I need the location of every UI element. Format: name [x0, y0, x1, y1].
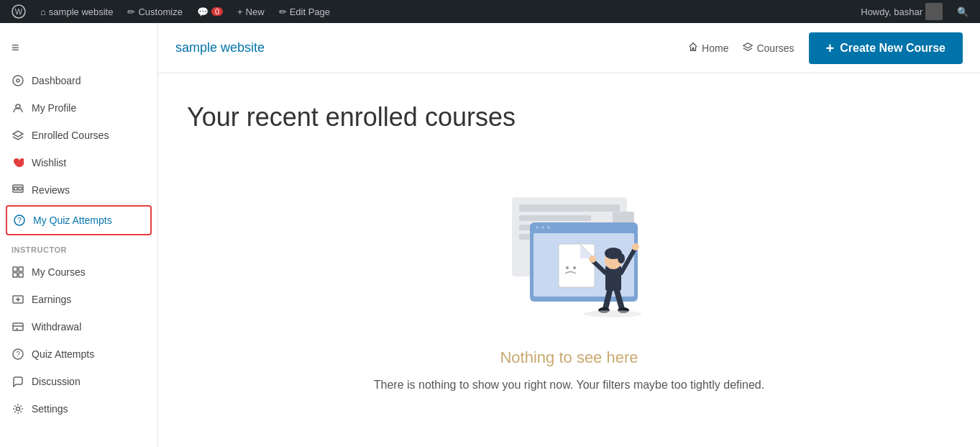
wp-logo-item[interactable]: W	[6, 0, 32, 23]
page-wrapper: ≡ Dashboard My Profile	[0, 23, 980, 447]
main-content: sample website Home	[158, 23, 980, 447]
svg-rect-11	[19, 267, 23, 271]
svg-rect-12	[13, 273, 17, 277]
page-heading: Your recent enrolled courses	[187, 102, 951, 132]
sidebar-toggle[interactable]: ≡	[0, 35, 157, 67]
svg-point-2	[13, 76, 23, 86]
svg-text:?: ?	[16, 351, 20, 358]
search-item[interactable]: 🔍	[951, 6, 974, 17]
wp-icon: W	[12, 4, 26, 19]
sidebar-item-my-courses[interactable]: My Courses	[0, 258, 157, 286]
create-course-button[interactable]: + Create New Course	[809, 32, 963, 64]
home-link[interactable]: Home	[688, 42, 728, 54]
sidebar-item-dashboard[interactable]: Dashboard	[0, 67, 157, 94]
sidebar-item-label: Quiz Attempts	[32, 348, 94, 360]
svg-rect-6	[14, 187, 17, 190]
svg-text:W: W	[15, 7, 23, 16]
site-name-item[interactable]: ⌂ sample website	[35, 0, 119, 23]
withdrawal-icon	[12, 320, 24, 333]
hamburger-icon: ≡	[12, 40, 19, 55]
empty-description: There is nothing to show you right now. …	[374, 379, 764, 392]
quiz-icon: ?	[12, 348, 24, 361]
sidebar-item-earnings[interactable]: Earnings	[0, 286, 157, 313]
profile-icon	[12, 101, 24, 114]
customize-label: Customize	[138, 6, 182, 17]
svg-rect-21	[519, 215, 591, 221]
svg-point-3	[17, 79, 19, 82]
svg-point-28	[547, 226, 550, 229]
earnings-icon	[12, 293, 24, 306]
svg-point-33	[573, 266, 576, 269]
instructor-section-label: INSTRUCTOR	[0, 237, 157, 258]
sidebar-item-label: Enrolled Courses	[32, 130, 109, 141]
my-courses-icon	[12, 266, 24, 279]
svg-text:?: ?	[17, 217, 22, 225]
svg-rect-30	[559, 244, 595, 287]
svg-point-32	[566, 266, 569, 269]
admin-bar: W ⌂ sample website ✏ Customize 💬 0 + New…	[0, 0, 980, 23]
courses-icon	[743, 42, 753, 54]
howdy-label: Howdy, bashar	[861, 6, 922, 17]
customize-item[interactable]: ✏ Customize	[122, 0, 188, 23]
empty-title: Nothing to see here	[500, 348, 638, 367]
home-label: Home	[702, 42, 728, 54]
svg-rect-34	[605, 266, 621, 291]
sidebar-item-label: My Courses	[32, 266, 86, 278]
svg-point-18	[17, 407, 20, 411]
svg-point-37	[618, 253, 625, 263]
settings-icon	[12, 402, 24, 415]
new-item[interactable]: + New	[232, 0, 270, 23]
home-icon	[688, 42, 698, 54]
comments-item[interactable]: 💬 0	[191, 0, 229, 23]
top-nav: sample website Home	[158, 23, 980, 73]
sidebar-item-settings[interactable]: Settings	[0, 395, 157, 423]
site-title: sample website	[175, 40, 688, 55]
empty-illustration	[469, 176, 670, 334]
discussion-icon	[12, 375, 24, 388]
edit-page-icon: ✏	[279, 6, 287, 17]
sidebar-item-reviews[interactable]: Reviews	[0, 176, 157, 204]
sidebar-item-quiz-attempts[interactable]: ? Quiz Attempts	[0, 340, 157, 368]
sidebar-item-discussion[interactable]: Discussion	[0, 368, 157, 395]
edit-page-item[interactable]: ✏ Edit Page	[273, 0, 336, 23]
site-name-label: sample website	[49, 6, 114, 17]
courses-label: Courses	[756, 42, 794, 54]
create-course-icon: +	[826, 41, 835, 55]
sidebar-item-label: Discussion	[32, 376, 81, 387]
svg-rect-10	[13, 267, 17, 271]
reviews-icon	[12, 184, 24, 197]
quiz-attempts-icon: ?	[13, 214, 26, 227]
customize-icon: ✏	[127, 6, 135, 17]
search-icon: 🔍	[957, 6, 968, 17]
sidebar-item-withdrawal[interactable]: Withdrawal	[0, 313, 157, 340]
svg-rect-20	[519, 204, 620, 212]
svg-point-26	[536, 226, 539, 229]
sidebar-item-enrolled-courses[interactable]: Enrolled Courses	[0, 122, 157, 149]
svg-rect-13	[19, 273, 23, 277]
sidebar-item-label: Reviews	[32, 184, 70, 196]
dashboard-icon	[12, 74, 24, 87]
svg-rect-7	[19, 187, 22, 190]
comments-icon: 💬	[197, 6, 209, 17]
sidebar-item-my-quiz-attempts[interactable]: ? My Quiz Attempts	[6, 205, 152, 235]
sidebar-item-label: Wishlist	[32, 157, 66, 168]
svg-point-46	[584, 310, 641, 317]
sidebar-item-wishlist[interactable]: Wishlist	[0, 149, 157, 176]
svg-point-27	[541, 226, 544, 229]
sidebar-item-my-profile[interactable]: My Profile	[0, 94, 157, 122]
sidebar-item-label: Dashboard	[32, 75, 81, 86]
new-label: New	[246, 6, 265, 17]
content-area: Your recent enrolled courses	[158, 73, 980, 435]
create-course-label: Create New Course	[840, 42, 945, 55]
nav-links: Home Courses	[688, 42, 794, 54]
sidebar-item-label: My Profile	[32, 102, 76, 114]
wishlist-icon	[12, 156, 24, 169]
sidebar-item-label: Withdrawal	[32, 321, 81, 333]
sidebar-item-label: My Quiz Attempts	[33, 215, 112, 226]
courses-link[interactable]: Courses	[743, 42, 794, 54]
empty-state: Nothing to see here There is nothing to …	[187, 161, 951, 406]
howdy-item[interactable]: Howdy, bashar	[855, 3, 948, 20]
user-avatar	[925, 3, 943, 20]
new-icon: +	[237, 6, 243, 17]
enrolled-courses-icon	[12, 129, 24, 142]
